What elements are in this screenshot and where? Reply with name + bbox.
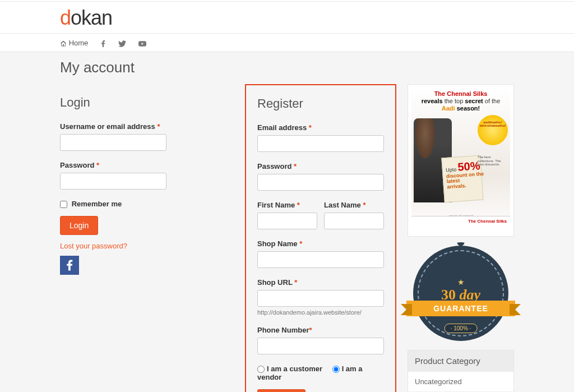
reg-shopurl-label: Shop URL * <box>257 278 384 287</box>
lost-password-link[interactable]: Lost your password? <box>60 242 127 250</box>
login-username-label: Username or email address * <box>60 122 211 131</box>
reg-shopurl-input[interactable] <box>257 290 384 307</box>
twitter-icon <box>118 40 126 47</box>
reg-email-input[interactable] <box>257 135 384 152</box>
ad-side-text: The best collections. The best discounts… <box>478 155 508 167</box>
reg-firstname-label: First Name * <box>257 201 317 209</box>
reg-password-input[interactable] <box>257 174 384 191</box>
login-heading: Login <box>60 95 211 110</box>
ad-badge: aadikaathu! athirshtakaathu! <box>478 115 508 145</box>
login-facebook-button[interactable] <box>60 256 79 275</box>
facebook-icon <box>66 260 73 271</box>
register-box: Register Email address * Password * Firs… <box>245 84 396 392</box>
login-button[interactable]: Login <box>60 216 98 235</box>
reg-email-label: Email address * <box>257 123 384 132</box>
logo-rest: okan <box>71 6 112 29</box>
reg-password-label: Password * <box>257 162 384 170</box>
nav-home[interactable]: Home <box>60 39 88 47</box>
role-customer-option[interactable]: I am a customer <box>257 365 322 373</box>
nav-twitter[interactable] <box>118 39 126 47</box>
nav-facebook[interactable] <box>100 39 106 47</box>
login-password-input[interactable] <box>60 173 166 190</box>
guarantee-ribbon: GUARANTEE <box>406 301 515 316</box>
category-item[interactable]: Uncategorized <box>408 371 513 391</box>
widget-title: Product Category <box>408 351 513 371</box>
home-icon <box>60 40 67 47</box>
facebook-icon <box>100 40 106 47</box>
remember-me-label: Remember me <box>72 200 122 208</box>
register-section: Register Email address * Password * Firs… <box>245 84 396 392</box>
nav-home-label: Home <box>69 39 89 47</box>
page-title: My account <box>60 59 514 76</box>
logo-d: d <box>60 6 71 29</box>
site-header: dokan Home <box>0 2 574 52</box>
reg-shopname-label: Shop Name * <box>257 239 384 248</box>
guarantee-100: · 100% · <box>445 324 478 333</box>
sidebar-ad[interactable]: The Chennai Silks reveals the top secret… <box>408 84 514 237</box>
reg-shopname-input[interactable] <box>257 251 384 268</box>
page-body: My account Login Username or email addre… <box>54 52 520 392</box>
guarantee-badge: ★ 30 day MONEY BACK GUARANTEE · 100% · <box>408 246 514 341</box>
reg-firstname-input[interactable] <box>257 213 317 229</box>
role-vendor-radio[interactable] <box>332 366 340 373</box>
ad-headline: The Chennai Silks reveals the top secret… <box>411 88 510 113</box>
product-category-widget: Product Category Uncategorized a simple … <box>408 350 514 392</box>
sidebar: The Chennai Silks reveals the top secret… <box>408 84 514 392</box>
login-password-label: Password * <box>60 161 211 169</box>
reg-lastname-input[interactable] <box>324 213 384 229</box>
nav-youtube[interactable] <box>138 39 146 47</box>
remember-me-checkbox[interactable] <box>60 201 67 208</box>
reg-phone-input[interactable] <box>257 338 384 354</box>
youtube-icon <box>138 40 146 47</box>
role-customer-radio[interactable] <box>257 366 265 373</box>
ad-footer: The Chennai Silks <box>411 216 510 233</box>
login-username-input[interactable] <box>60 134 166 151</box>
register-heading: Register <box>257 96 384 111</box>
star-icon: ★ <box>457 278 465 287</box>
login-section: Login Username or email address * Passwo… <box>60 84 234 392</box>
site-logo[interactable]: dokan <box>60 2 514 33</box>
nav-bar: Home <box>0 33 574 52</box>
register-button[interactable]: Register <box>257 389 305 392</box>
reg-lastname-label: Last Name * <box>324 201 384 209</box>
reg-phone-label: Phone Number* <box>257 326 384 334</box>
reg-shopurl-hint: http://dokandemo.ajaira.website/store/ <box>257 309 384 316</box>
